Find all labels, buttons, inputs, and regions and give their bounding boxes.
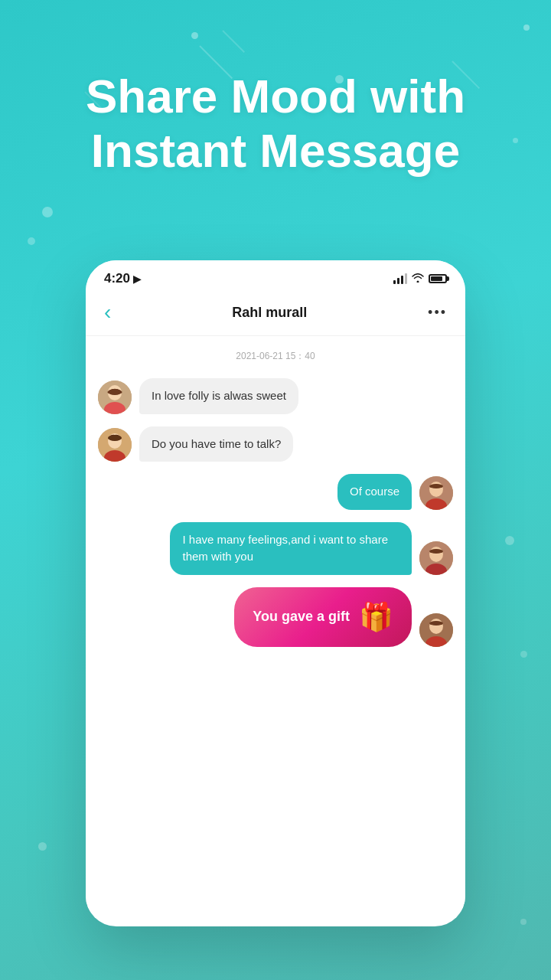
battery-icon: [429, 274, 447, 283]
gift-emoji: 🎁: [359, 601, 393, 633]
status-bar: 4:20 ▶: [86, 260, 465, 292]
more-options-button[interactable]: •••: [428, 305, 447, 321]
headline-line2: Instant Message: [38, 123, 513, 178]
chat-area: 2021-06-21 15：40 In love folly is alwas …: [86, 336, 465, 912]
avatar: [419, 613, 453, 647]
chat-title: Rahl murall: [232, 305, 307, 321]
message-text: I have many feelings,and i want to share…: [182, 533, 388, 564]
gift-text: You gave a gift: [253, 609, 350, 625]
message-row: You gave a gift 🎁: [86, 584, 465, 650]
svg-point-15: [429, 549, 443, 554]
message-bubble: Do you have time to talk?: [139, 426, 293, 462]
svg-point-11: [429, 484, 443, 488]
message-text: Of course: [350, 485, 399, 498]
status-time: 4:20 ▶: [104, 271, 141, 286]
signal-icon: [393, 273, 407, 284]
avatar: [419, 476, 453, 510]
location-arrow-icon: ▶: [133, 273, 141, 285]
message-row: Do you have time to talk?: [86, 423, 465, 466]
time-display: 4:20: [104, 271, 130, 286]
headline-line1: Share Mood with: [38, 69, 513, 123]
chat-timestamp: 2021-06-21 15：40: [86, 350, 465, 363]
message-text: Do you have time to talk?: [152, 437, 281, 450]
message-row: Of course: [86, 471, 465, 513]
headline: Share Mood with Instant Message: [0, 69, 551, 178]
message-row: I have many feelings,and i want to share…: [86, 519, 465, 578]
message-bubble: I have many feelings,and i want to share…: [170, 522, 412, 575]
svg-point-19: [429, 621, 443, 626]
message-text: In love folly is alwas sweet: [152, 389, 286, 402]
nav-bar: ‹ Rahl murall •••: [86, 292, 465, 336]
status-icons: [393, 273, 447, 285]
message-row: In love folly is alwas sweet: [86, 375, 465, 417]
gift-bubble: You gave a gift 🎁: [234, 587, 412, 647]
avatar: [419, 541, 453, 575]
phone-mockup: 4:20 ▶ ‹ Rahl murall: [86, 260, 465, 926]
svg-point-3: [108, 389, 122, 395]
wifi-icon: [412, 273, 424, 285]
message-bubble: In love folly is alwas sweet: [139, 378, 298, 414]
avatar: [98, 381, 132, 414]
message-bubble: Of course: [337, 474, 412, 510]
back-button[interactable]: ‹: [104, 300, 111, 325]
svg-point-7: [108, 435, 122, 441]
avatar: [98, 428, 132, 462]
